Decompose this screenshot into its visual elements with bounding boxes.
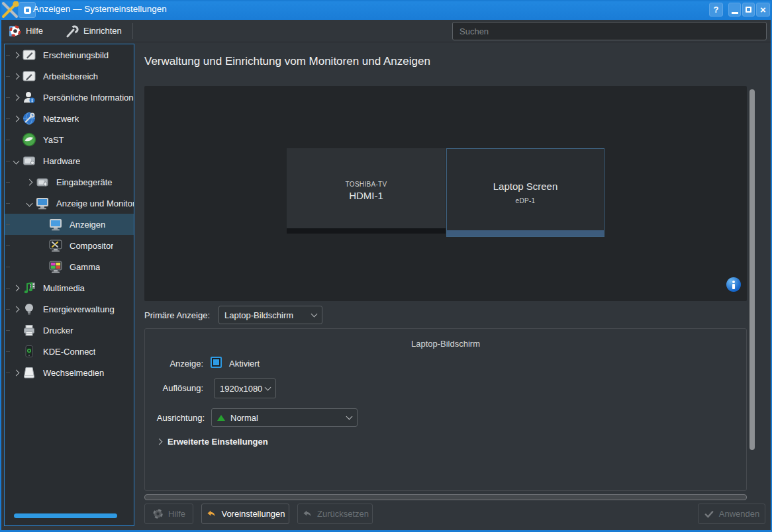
monitor-output: HDMI-1 (349, 190, 383, 201)
user-icon (22, 90, 39, 105)
workspace-icon (22, 69, 39, 83)
expander-collapsed-icon[interactable] (10, 74, 22, 79)
defaults-button[interactable]: Voreinstellungen (201, 504, 289, 524)
sidebar-item-erscheinungsbild[interactable]: Erscheinungsbild (5, 44, 134, 66)
sidebar-item-arbeitsbereich[interactable]: Arbeitsbereich (5, 66, 134, 87)
display-icon (48, 217, 66, 232)
toolbar-separator (132, 23, 133, 39)
expander-collapsed-icon[interactable] (10, 371, 22, 375)
window-close-button[interactable]: × (756, 3, 770, 17)
removable-media-icon (22, 365, 39, 380)
sidebar-horizontal-scrollbar[interactable] (14, 513, 117, 518)
sidebar-item-yast[interactable]: YaST (5, 129, 134, 150)
monitor-name: TOSHIBA-TV (346, 181, 387, 188)
system-tools-icon (1, 1, 19, 19)
lifebuoy-icon (152, 508, 164, 519)
maximize-icon (746, 7, 751, 13)
help-button[interactable]: Hilfe (144, 504, 193, 524)
expander-collapsed-icon[interactable] (10, 95, 22, 100)
orientation-normal-icon (217, 415, 225, 421)
sidebar-item-anzeigen[interactable]: Anzeigen (5, 214, 134, 235)
compositor-icon (48, 238, 66, 253)
monitor-bottom-bar (447, 230, 604, 236)
sidebar-item-anzeige-und-monitore[interactable]: Anzeige und Monitore (5, 193, 134, 214)
sidebar-item-drucker[interactable]: Drucker (5, 320, 134, 341)
display-settings-panel: Laptop-Bildschirm Anzeige: Aktiviert Auf… (144, 328, 747, 491)
expander-collapsed-icon[interactable] (10, 116, 22, 121)
expander-collapsed-icon (156, 439, 163, 445)
sidebar-item-kde-connect[interactable]: KDE-Connect (5, 341, 134, 362)
window-minimize-button[interactable] (728, 3, 741, 17)
page-title: Verwaltung und Einrichtung vom Monitoren… (144, 55, 430, 68)
expander-expanded-icon[interactable] (23, 201, 35, 206)
monitor-arrangement-area: TOSHIBA-TV HDMI-1 Laptop Screen eDP-1 (144, 86, 747, 301)
sidebar-item-hardware[interactable]: Hardware (5, 150, 134, 171)
hardware-icon (22, 154, 39, 168)
main-toolbar: Hilfe Einrichten (1, 20, 771, 42)
content-vertical-scrollbar[interactable] (749, 89, 755, 450)
sidebar-item-persoenliche-information[interactable]: Persönliche Information (5, 87, 134, 108)
sidebar-item-energieverwaltung[interactable]: Energieverwaltung (5, 298, 134, 320)
undo-icon (301, 508, 313, 519)
lifebuoy-icon (8, 24, 21, 38)
printer-icon (22, 323, 39, 337)
resolution-label: Auflösung: (145, 383, 203, 393)
panel-title: Laptop-Bildschirm (145, 339, 746, 349)
reset-button[interactable]: Zurücksetzen (297, 504, 373, 524)
monitor-output: eDP-1 (516, 197, 536, 204)
appearance-icon (22, 48, 39, 62)
input-devices-icon (35, 175, 52, 189)
chevron-down-icon (346, 414, 353, 420)
toolbar-configure-button[interactable]: Einrichten (59, 22, 128, 40)
checkbox-checked-mark (213, 359, 219, 365)
gamma-icon (48, 259, 66, 274)
display-icon (35, 196, 52, 210)
window-help-button[interactable]: ? (709, 3, 723, 17)
category-sidebar: Erscheinungsbild Arbeitsbereich Persönli… (4, 44, 134, 526)
monitor-bottom-bar (287, 228, 446, 234)
chevron-down-icon (311, 311, 318, 318)
yast-icon (22, 132, 39, 147)
sidebar-item-gamma[interactable]: Gamma (5, 256, 134, 277)
orientation-dropdown[interactable]: Normal (211, 408, 358, 427)
checkmark-icon (704, 509, 714, 519)
titlebar: Anzeigen — Systemeinstellungen ? × (0, 0, 772, 20)
resolution-dropdown[interactable]: 1920x1080 (214, 378, 276, 398)
expander-collapsed-icon[interactable] (10, 286, 22, 290)
expander-collapsed-icon[interactable] (23, 180, 35, 185)
expander-collapsed-icon[interactable] (10, 53, 22, 58)
sidebar-item-eingabegeraete[interactable]: Eingabegeräte (5, 171, 134, 193)
sidebar-item-compositor[interactable]: Compositor (5, 235, 134, 256)
advanced-settings-expander[interactable]: Erweiterte Einstellungen (157, 437, 268, 447)
window-title: Anzeigen — Systemeinstellungen (33, 4, 167, 14)
smartphone-icon (22, 344, 39, 359)
undo-icon (205, 508, 217, 519)
sidebar-item-multimedia[interactable]: Multimedia (5, 277, 134, 298)
toolbar-help-button[interactable]: Hilfe (1, 22, 50, 40)
energy-icon (22, 302, 39, 316)
enabled-checkbox[interactable] (211, 357, 222, 368)
wrench-icon (66, 24, 79, 38)
display-enabled-label: Anzeige: (145, 359, 203, 369)
minimize-icon (732, 12, 738, 14)
info-icon[interactable] (726, 277, 741, 292)
enabled-value-label: Aktiviert (229, 359, 260, 369)
monitor-toshiba-tv[interactable]: TOSHIBA-TV HDMI-1 (287, 148, 446, 234)
window-maximize-button[interactable] (742, 3, 755, 17)
search-input[interactable] (452, 22, 767, 40)
expander-collapsed-icon[interactable] (10, 307, 22, 312)
chevron-down-icon (265, 384, 271, 391)
apply-button[interactable]: Anwenden (698, 504, 765, 524)
primary-display-dropdown[interactable]: Laptop-Bildschirm (218, 306, 322, 324)
monitor-laptop-screen[interactable]: Laptop Screen eDP-1 (446, 148, 604, 237)
expander-expanded-icon[interactable] (10, 159, 22, 163)
orientation-label: Ausrichtung: (145, 413, 205, 423)
sidebar-item-wechselmedien[interactable]: Wechselmedien (5, 362, 134, 383)
network-icon (22, 111, 39, 126)
sidebar-item-netzwerk[interactable]: Netzwerk (5, 108, 134, 129)
primary-display-label: Primäre Anzeige: (144, 310, 210, 320)
monitor-name: Laptop Screen (493, 181, 558, 192)
multimedia-icon (22, 281, 39, 295)
content-horizontal-scrollbar[interactable] (144, 494, 747, 500)
